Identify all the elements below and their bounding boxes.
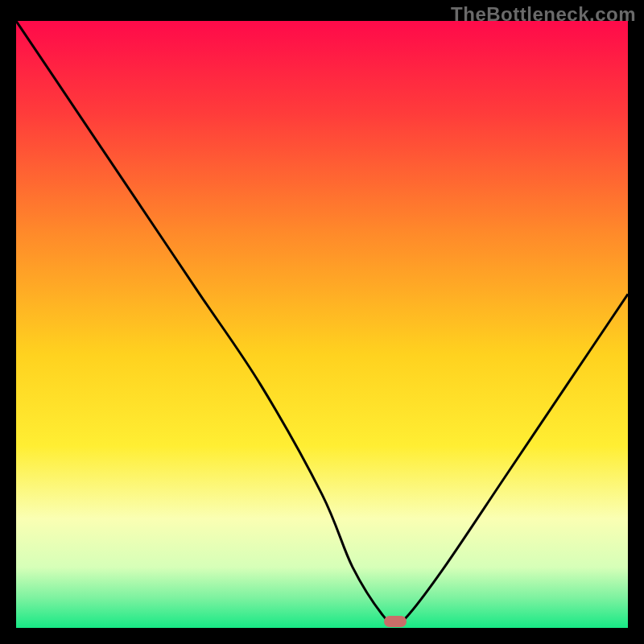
chart-frame: TheBottleneck.com xyxy=(0,0,644,644)
bottleneck-curve xyxy=(16,21,628,628)
watermark-label: TheBottleneck.com xyxy=(451,3,636,26)
curve-path xyxy=(16,21,628,622)
minimum-marker xyxy=(384,616,407,627)
plot-area xyxy=(16,21,628,628)
